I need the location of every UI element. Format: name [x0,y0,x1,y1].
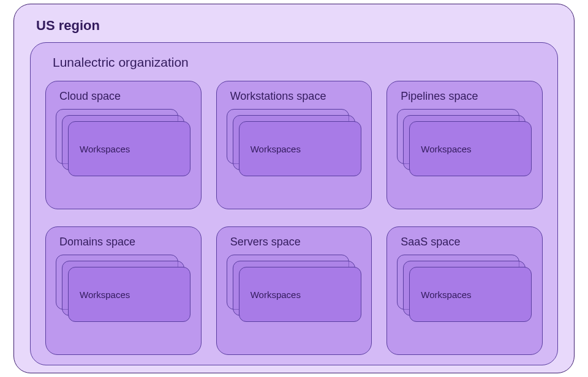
space-title: Domains space [59,236,191,248]
workspace-label: Workspaces [80,289,130,300]
workspace-card-front: Workspaces [409,121,532,176]
workspace-stack: Workspaces [397,109,532,182]
space-pipelines: Pipelines space Workspaces [386,81,543,209]
workspace-card-front: Workspaces [239,121,361,176]
space-title: Workstations space [230,90,362,103]
space-saas: SaaS space Workspaces [386,226,543,355]
space-servers: Servers space Workspaces [216,226,372,355]
space-workstations: Workstations space Workspaces [216,81,372,209]
workspace-stack: Workspaces [56,255,191,328]
organization-container: Lunalectric organization Cloud space Wor… [30,42,558,365]
org-title: Lunalectric organization [53,55,543,70]
workspace-card-front: Workspaces [409,267,532,322]
space-cloud: Cloud space Workspaces [45,81,202,209]
workspace-label: Workspaces [421,144,471,154]
workspace-card-front: Workspaces [68,267,190,322]
region-title: US region [36,18,558,34]
workspace-label: Workspaces [421,289,471,300]
space-domains: Domains space Workspaces [45,226,202,355]
space-title: SaaS space [401,236,532,248]
workspace-label: Workspaces [251,289,301,300]
workspace-stack: Workspaces [56,109,191,182]
region-container: US region Lunalectric organization Cloud… [13,4,575,373]
workspace-stack: Workspaces [397,255,532,328]
workspace-stack: Workspaces [227,255,362,328]
workspace-label: Workspaces [80,144,130,154]
workspace-card-front: Workspaces [239,267,361,322]
workspace-stack: Workspaces [227,109,362,182]
workspace-label: Workspaces [251,144,301,154]
spaces-grid: Cloud space Workspaces Workstations spac… [45,81,543,355]
space-title: Cloud space [59,90,191,103]
workspace-card-front: Workspaces [68,121,190,176]
space-title: Servers space [230,236,362,248]
space-title: Pipelines space [401,90,532,103]
